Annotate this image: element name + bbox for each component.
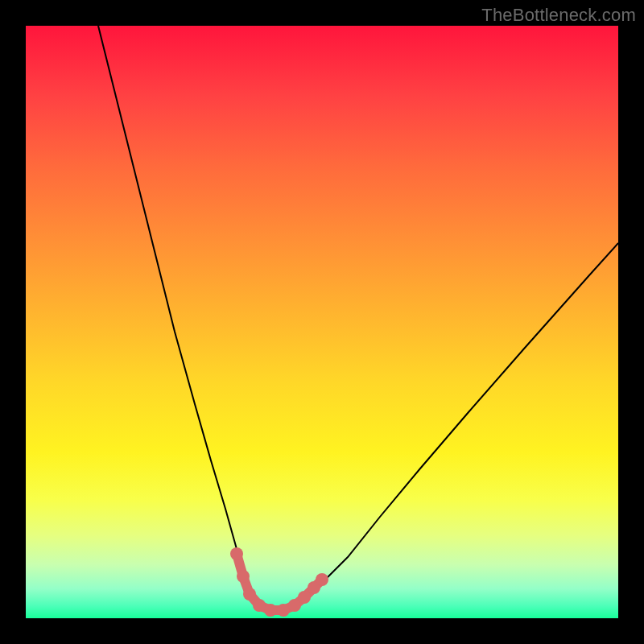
valley-marker (264, 604, 277, 617)
valley-markers-group (230, 547, 328, 617)
valley-marker (243, 588, 256, 601)
valley-marker-link (237, 554, 322, 610)
valley-marker (316, 573, 328, 586)
gradient-plot-area (26, 26, 618, 618)
valley-marker (298, 591, 311, 604)
outer-frame: TheBottleneck.com (0, 0, 644, 644)
valley-marker (253, 599, 266, 612)
valley-marker (230, 547, 243, 560)
valley-marker (237, 570, 250, 583)
watermark-text: TheBottleneck.com (481, 5, 636, 26)
chart-svg (26, 26, 618, 618)
valley-marker (277, 604, 290, 617)
bottleneck-curve (98, 26, 618, 610)
